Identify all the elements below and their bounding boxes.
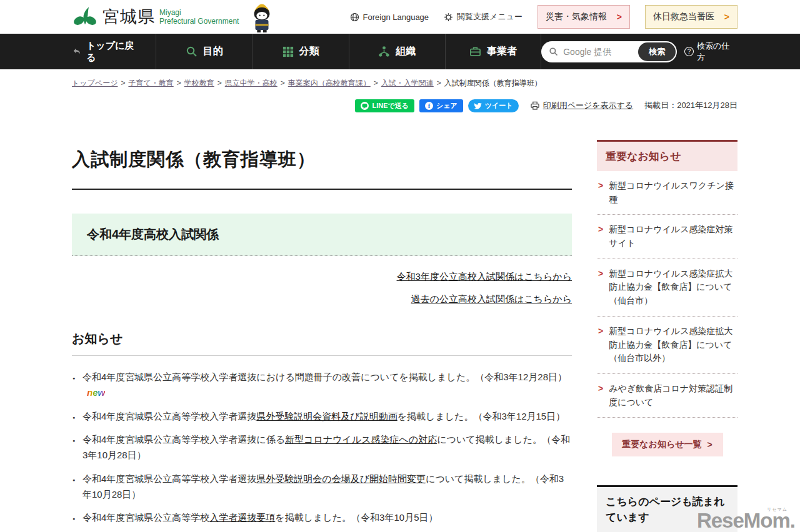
page-title: 入試制度関係（教育指導班） bbox=[72, 147, 572, 190]
support-menu-link[interactable]: 閲覧支援メニュー bbox=[444, 11, 522, 22]
back-to-top-button[interactable]: トップに戻る bbox=[72, 34, 156, 69]
holiday-emergency-doctor-button[interactable]: 休日救急当番医 > bbox=[645, 5, 738, 29]
important-notice-item: >新型コロナウイルスワクチン接種 bbox=[597, 171, 738, 215]
content-area: 入試制度関係（教育指導班） 令和4年度高校入試関係 令和3年度公立高校入試関係は… bbox=[0, 112, 800, 532]
main-column: 入試制度関係（教育指導班） 令和4年度高校入試関係 令和3年度公立高校入試関係は… bbox=[72, 112, 572, 532]
nav-item-organization[interactable]: 組織 bbox=[349, 34, 445, 69]
news-item: 令和4年度宮城県公立高等学校入学者選抜県外受験説明会資料及び説明動画を掲載しまし… bbox=[72, 409, 572, 425]
facebook-share-button[interactable]: f シェア bbox=[419, 99, 463, 112]
breadcrumb: トップページ>子育て・教育>学校教育>県立中学・高校>事業案内（高校教育課）>入… bbox=[0, 69, 800, 89]
resemom-watermark: リセマム ReseMom. bbox=[697, 510, 795, 531]
breadcrumb-separator: > bbox=[121, 79, 125, 87]
gear-icon bbox=[444, 12, 453, 22]
important-notice-item-link[interactable]: 新型コロナウイルス感染症拡大防止協力金【飲食店】について（仙台市以外） bbox=[609, 325, 736, 365]
chevron-icon: > bbox=[598, 179, 603, 206]
breadcrumb-link[interactable]: 入試・入学関連 bbox=[381, 79, 434, 87]
nav-item-category[interactable]: 分類 bbox=[252, 34, 348, 69]
twitter-share-button[interactable]: ツイート bbox=[468, 99, 519, 112]
important-notice-item-link[interactable]: 新型コロナウイルスワクチン接種 bbox=[609, 179, 736, 206]
breadcrumb-separator: > bbox=[437, 79, 441, 87]
search-icon bbox=[186, 46, 198, 57]
logo-kanji: 宮城県 bbox=[102, 6, 155, 28]
publication-date: 掲載日：2021年12月28日 bbox=[644, 100, 738, 111]
link-r3-exam-info[interactable]: 令和3年度公立高校入試関係はこちらから bbox=[72, 271, 572, 283]
important-notice-item-link[interactable]: 新型コロナウイルス感染症拡大防止協力金【飲食店】について（仙台市） bbox=[609, 267, 736, 308]
search-box: 検索 bbox=[541, 41, 677, 62]
important-notice-item: >新型コロナウイルス感染症拡大防止協力金【飲食店】について（仙台市） bbox=[597, 259, 738, 317]
chevron-icon: > bbox=[598, 382, 603, 409]
miyagi-logo-icon bbox=[72, 4, 98, 30]
news-item: 令和4年度宮城県公立高等学校入学者選抜県外受験説明会の会場及び開始時間変更につい… bbox=[72, 471, 572, 503]
important-notice-item-link[interactable]: みやぎ飲食店コロナ対策認証制度について bbox=[609, 382, 736, 409]
printer-icon bbox=[530, 101, 540, 111]
question-icon: ? bbox=[684, 47, 694, 56]
new-badge: new bbox=[87, 387, 105, 398]
important-notices-more-button[interactable]: 重要なお知らせ一覧 > bbox=[612, 433, 723, 456]
important-notices-box: 重要なお知らせ >新型コロナウイルスワクチン接種>新型コロナウイルス感染症対策サ… bbox=[597, 140, 738, 456]
main-navbar: トップに戻る 目的 分類 組織 事業者 bbox=[0, 34, 800, 69]
quick-links: 令和3年度公立高校入試関係はこちらから 過去の公立高校入試関係はこちらから bbox=[72, 271, 572, 305]
print-page-link[interactable]: 印刷用ページを表示する bbox=[543, 100, 634, 111]
news-heading: お知らせ bbox=[72, 330, 572, 356]
line-icon bbox=[361, 102, 369, 110]
chevron-icon: > bbox=[598, 267, 603, 308]
breadcrumb-separator: > bbox=[177, 79, 181, 87]
grid-icon bbox=[282, 46, 294, 57]
breadcrumb-link[interactable]: トップページ bbox=[72, 79, 118, 87]
chevron-icon: > bbox=[617, 12, 622, 22]
breadcrumb-link[interactable]: 事業案内（高校教育課） bbox=[288, 79, 371, 87]
news-inline-link[interactable]: 県外受験説明会資料及び説明動画 bbox=[256, 411, 397, 421]
important-notices-list: >新型コロナウイルスワクチン接種>新型コロナウイルス感染症対策サイト>新型コロナ… bbox=[597, 171, 738, 418]
breadcrumb-separator: > bbox=[218, 79, 222, 87]
mascot-image bbox=[249, 2, 275, 36]
back-arrow-icon bbox=[72, 47, 82, 57]
briefcase-icon bbox=[469, 46, 481, 57]
breadcrumb-separator: > bbox=[281, 79, 285, 87]
line-share-button[interactable]: LINEで送る bbox=[355, 99, 414, 112]
share-row: LINEで送る f シェア ツイート 印刷用ページを表示する 掲載日：2021年… bbox=[0, 89, 800, 112]
nav-item-business[interactable]: 事業者 bbox=[445, 34, 541, 69]
search-help-link[interactable]: ? 検索の仕方 bbox=[684, 41, 738, 63]
disaster-info-button[interactable]: 災害・気象情報 > bbox=[538, 5, 630, 29]
news-item: 令和4年度宮城県公立高等学校入学者選抜における問題冊子の改善についてを掲載しまし… bbox=[72, 370, 572, 401]
important-notice-item: >新型コロナウイルス感染症対策サイト bbox=[597, 215, 738, 259]
header-links: Foreign Language 閲覧支援メニュー 災害・気象情報 > 休日救急… bbox=[350, 5, 800, 29]
breadcrumb-link[interactable]: 学校教育 bbox=[184, 79, 214, 87]
breadcrumb-link[interactable]: 子育て・教育 bbox=[128, 79, 173, 87]
search-button[interactable]: 検索 bbox=[638, 42, 676, 61]
logo-en-text: Miyagi Prefectural Government bbox=[159, 8, 239, 26]
sidebar: 重要なお知らせ >新型コロナウイルスワクチン接種>新型コロナウイルス感染症対策サ… bbox=[597, 112, 738, 532]
site-header: 宮城県 Miyagi Prefectural Government Forei bbox=[0, 0, 800, 34]
nav-item-purpose[interactable]: 目的 bbox=[156, 34, 252, 69]
nav-search-area: 検索 ? 検索の仕方 bbox=[541, 34, 800, 69]
foreign-language-link[interactable]: Foreign Language bbox=[350, 12, 429, 22]
chevron-icon: > bbox=[598, 325, 603, 365]
news-item: 令和4年度宮城県公立高等学校入学者選抜要項を掲載しました。（令和3年10月5日） bbox=[72, 510, 572, 526]
facebook-icon: f bbox=[425, 102, 433, 110]
breadcrumb-separator: > bbox=[374, 79, 378, 87]
globe-icon bbox=[350, 12, 359, 22]
section-banner: 令和4年度高校入試関係 bbox=[72, 214, 572, 256]
print-area: 印刷用ページを表示する bbox=[530, 100, 634, 111]
breadcrumb-current: 入試制度関係（教育指導班） bbox=[444, 79, 542, 87]
important-notice-item: >みやぎ飲食店コロナ対策認証制度について bbox=[597, 374, 738, 418]
important-notice-item-link[interactable]: 新型コロナウイルス感染症対策サイト bbox=[609, 223, 736, 250]
chevron-icon: > bbox=[708, 440, 712, 450]
breadcrumb-link[interactable]: 県立中学・高校 bbox=[225, 79, 278, 87]
important-notices-title: 重要なお知らせ bbox=[597, 142, 738, 171]
link-past-exam-info[interactable]: 過去の公立高校入試関係はこちらから bbox=[72, 293, 572, 305]
news-inline-link[interactable]: 県外受験説明会の会場及び開始時間変更 bbox=[256, 473, 426, 484]
news-inline-link[interactable]: 新型コロナウイルス感染症への対応 bbox=[285, 434, 437, 445]
news-inline-link[interactable]: 入学者選抜要項 bbox=[209, 512, 275, 523]
important-notice-item: >新型コロナウイルス感染症拡大防止協力金【飲食店】について（仙台市以外） bbox=[597, 317, 738, 374]
news-list: 令和4年度宮城県公立高等学校入学者選抜における問題冊子の改善についてを掲載しまし… bbox=[72, 370, 572, 532]
chevron-icon: > bbox=[598, 223, 603, 250]
site-logo[interactable]: 宮城県 Miyagi Prefectural Government bbox=[72, 4, 239, 30]
org-chart-icon bbox=[378, 46, 390, 57]
news-item: 令和4年度宮城県公立高等学校入学者選抜に係る新型コロナウイルス感染症への対応につ… bbox=[72, 432, 572, 463]
twitter-icon bbox=[474, 102, 482, 110]
search-icon bbox=[549, 47, 558, 56]
search-input[interactable] bbox=[562, 46, 634, 57]
chevron-icon: > bbox=[724, 12, 729, 22]
